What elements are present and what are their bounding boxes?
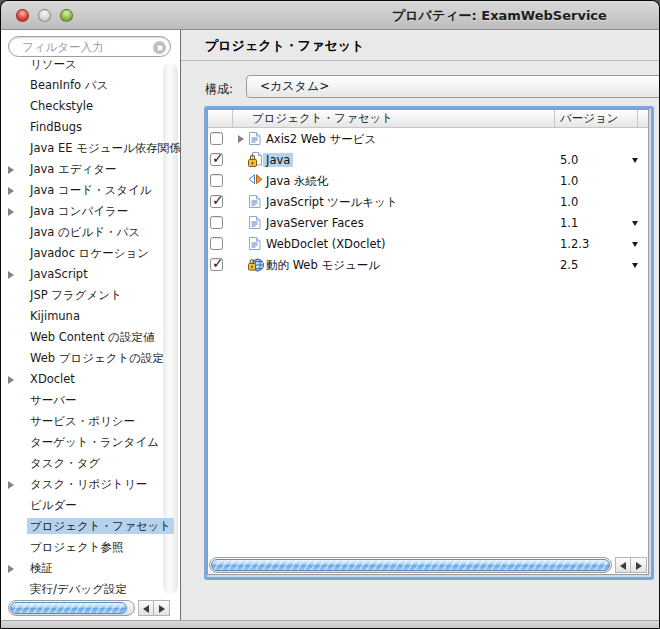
sidebar-item[interactable]: Java のビルド・パス	[1, 222, 180, 243]
sidebar-item[interactable]: ターゲット・ランタイム	[1, 432, 180, 453]
sidebar-item[interactable]: Checkstyle	[1, 96, 180, 117]
sidebar-item-label: JavaScript	[30, 267, 88, 281]
table-horizontal-scrollbar[interactable]	[209, 556, 647, 573]
configuration-combobox[interactable]: <カスタム>	[246, 75, 659, 98]
sidebar-item[interactable]: XDoclet	[1, 369, 180, 390]
sidebar-item[interactable]: Java エディター	[1, 159, 180, 180]
sidebar-item-label: プロジェクト・ファセット	[27, 518, 174, 534]
web-module-lock-icon	[248, 257, 264, 272]
sidebar-item[interactable]: ビルダー	[1, 495, 180, 516]
checkbox-column-header	[208, 110, 233, 127]
sidebar-tree: リソース BeanInfo パス Checkstyle FindBugs Jav…	[1, 54, 180, 600]
document-icon	[248, 215, 264, 230]
sidebar-item[interactable]: タスク・リポジトリー	[1, 474, 180, 495]
close-button[interactable]	[16, 9, 29, 22]
titlebar[interactable]: プロパティー: ExamWebService	[1, 1, 659, 30]
facet-checkbox[interactable]	[210, 132, 223, 145]
sidebar-item[interactable]: BeanInfo パス	[1, 75, 180, 96]
zoom-button[interactable]	[60, 9, 73, 22]
arrow-left-icon	[620, 562, 626, 570]
sidebar-item[interactable]: Kijimuna	[1, 306, 180, 327]
sidebar-item-label: サービス・ポリシー	[30, 414, 135, 428]
java-lock-icon	[248, 152, 264, 167]
sidebar-item[interactable]: Javadoc ロケーション	[1, 243, 180, 264]
arrow-right-icon	[159, 605, 165, 613]
sidebar-item[interactable]: プロジェクト参照	[1, 537, 180, 558]
sidebar-item-label: ターゲット・ランタイム	[30, 435, 159, 449]
facet-row[interactable]: WebDoclet (XDoclet) 1.2.3	[208, 233, 648, 254]
sidebar-item-label: Kijimuna	[30, 309, 80, 323]
expand-arrow-icon[interactable]	[8, 166, 14, 174]
scrollbar-thumb[interactable]	[10, 602, 127, 614]
facet-row[interactable]: Java 永続化 1.0	[208, 170, 648, 191]
scroll-right-button[interactable]	[154, 600, 170, 616]
facet-table-header: プロジェクト・ファセット バージョン	[208, 110, 648, 128]
facet-checkbox[interactable]	[210, 174, 223, 187]
scrollbar-track[interactable]	[209, 557, 612, 573]
document-icon	[248, 131, 264, 146]
facet-label: 動的 Web モジュール	[266, 258, 380, 273]
version-dropdown-arrow-icon[interactable]	[632, 242, 638, 247]
expand-arrow-icon[interactable]	[8, 187, 14, 195]
facet-label: WebDoclet (XDoclet)	[266, 237, 386, 251]
scrollbar-track[interactable]	[8, 600, 135, 616]
sidebar-item-label: タスク・リポジトリー	[30, 477, 147, 491]
facet-label: JavaServer Faces	[266, 216, 364, 230]
facet-version: 1.0	[560, 195, 578, 209]
expand-arrow-icon[interactable]	[8, 481, 14, 489]
facet-row[interactable]: JavaServer Faces 1.1	[208, 212, 648, 233]
sidebar-item[interactable]: タスク・タグ	[1, 453, 180, 474]
version-dropdown-arrow-icon[interactable]	[632, 221, 638, 226]
facet-checkbox[interactable]	[210, 153, 223, 166]
sidebar-item-label: サーバー	[30, 393, 77, 407]
version-dropdown-arrow-icon[interactable]	[632, 263, 638, 268]
facet-row[interactable]: Java 5.0	[208, 149, 648, 170]
header-separator	[181, 60, 659, 61]
facet-row[interactable]: JavaScript ツールキット 1.0	[208, 191, 648, 212]
sidebar-item[interactable]: リソース	[1, 54, 180, 75]
facet-checkbox[interactable]	[210, 237, 223, 250]
sidebar-item[interactable]: Java EE モジュール依存関係	[1, 138, 180, 159]
clear-filter-icon[interactable]	[153, 41, 166, 54]
expand-arrow-icon[interactable]	[238, 135, 244, 143]
sidebar-item-label: 検証	[30, 561, 53, 575]
expand-arrow-icon[interactable]	[8, 208, 14, 216]
facet-row[interactable]: 動的 Web モジュール 2.5	[208, 254, 648, 275]
expand-arrow-icon[interactable]	[8, 271, 14, 279]
facet-checkbox[interactable]	[210, 216, 223, 229]
sidebar-item[interactable]: 実行/デバッグ設定	[1, 579, 180, 600]
facet-checkbox[interactable]	[210, 258, 223, 271]
expand-arrow-icon[interactable]	[8, 376, 14, 384]
sidebar-item[interactable]: 検証	[1, 558, 180, 579]
sidebar-item[interactable]: サービス・ポリシー	[1, 411, 180, 432]
sidebar-item-label: プロジェクト参照	[30, 540, 124, 554]
expand-arrow-icon[interactable]	[8, 565, 14, 573]
sidebar-item[interactable]: Java コンパイラー	[1, 201, 180, 222]
sidebar-item[interactable]: JavaScript	[1, 264, 180, 285]
scroll-right-button[interactable]	[631, 557, 647, 573]
sidebar-item-label: XDoclet	[30, 372, 75, 386]
facet-version: 5.0	[560, 153, 578, 167]
filter-input[interactable]	[20, 39, 148, 55]
sidebar-item-label: Java コンパイラー	[30, 204, 128, 218]
sidebar-item-label: Java のビルド・パス	[30, 225, 140, 239]
sidebar-horizontal-scrollbar[interactable]	[8, 599, 173, 616]
sidebar-item[interactable]: Web Content の設定値	[1, 327, 180, 348]
version-dropdown-arrow-icon[interactable]	[632, 158, 638, 163]
sidebar-item[interactable]: FindBugs	[1, 117, 180, 138]
sidebar-item[interactable]: サーバー	[1, 390, 180, 411]
sidebar-item-label: ビルダー	[30, 498, 77, 512]
facet-label: Java	[263, 153, 293, 167]
facet-column-header: プロジェクト・ファセット	[233, 110, 555, 127]
facet-table-focus-ring: プロジェクト・ファセット バージョン Axis2 Web サービス Java 5…	[204, 106, 654, 580]
sidebar-item[interactable]: JSP フラグメント	[1, 285, 180, 306]
facet-checkbox[interactable]	[210, 195, 223, 208]
sidebar-item[interactable]: Java コード・スタイル	[1, 180, 180, 201]
scroll-left-button[interactable]	[138, 600, 154, 616]
sidebar-item[interactable]: Web プロジェクトの設定	[1, 348, 180, 369]
scrollbar-thumb[interactable]	[211, 559, 610, 571]
facet-row[interactable]: Axis2 Web サービス	[208, 128, 648, 149]
minimize-button[interactable]	[38, 9, 51, 22]
scroll-left-button[interactable]	[615, 557, 631, 573]
sidebar-item[interactable]: プロジェクト・ファセット	[1, 516, 180, 537]
